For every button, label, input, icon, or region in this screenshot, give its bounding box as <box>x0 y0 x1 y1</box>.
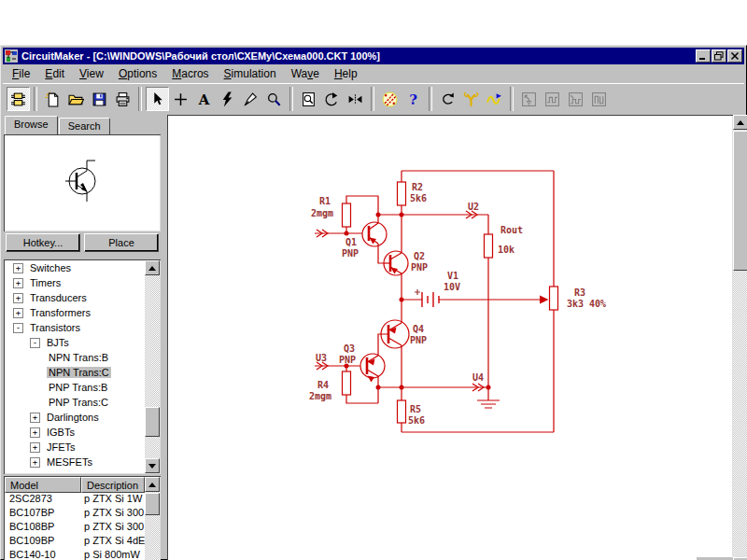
canvas-scroll-up[interactable] <box>733 115 747 130</box>
print-button[interactable] <box>111 87 134 111</box>
open-folder-icon <box>68 91 84 107</box>
app-window: CircuitMaker - [C:\WINDOWS\Рабочий стол\… <box>0 45 747 560</box>
label-u3: U3 <box>316 353 327 363</box>
horizontal-scrollbar-edge[interactable] <box>697 556 733 560</box>
tree-item-pnp-trans-c[interactable]: PNP Trans:C <box>5 395 145 410</box>
tree-item-mesfets[interactable]: +MESFETs <box>5 455 145 469</box>
transistor-q2[interactable] <box>384 215 408 275</box>
schematic-canvas[interactable]: R1 2mgm R2 5k6 Q1 PNP Q2 PNP U2 Rout 10k… <box>167 115 733 560</box>
toolbar-separator <box>289 87 293 111</box>
menu-simulation[interactable]: Simulation <box>217 65 284 82</box>
tree-item-timers[interactable]: +Timers <box>5 275 145 290</box>
restore-button[interactable] <box>712 49 726 63</box>
model-column-header[interactable]: Model <box>5 477 81 493</box>
expand-plus-icon[interactable]: + <box>30 427 40 438</box>
transistor-q4[interactable] <box>381 300 409 387</box>
expand-plus-icon[interactable]: + <box>30 457 40 468</box>
close-button[interactable] <box>727 49 742 63</box>
tree-item-igbts[interactable]: +IGBTs <box>5 425 145 440</box>
model-row-bc108bp[interactable]: BC108BPp ZTX Si 300 <box>5 521 145 535</box>
menu-file[interactable]: File <box>5 65 37 82</box>
tree-item-jfets[interactable]: +JFETs <box>5 440 145 455</box>
analyses-wave-button[interactable] <box>483 87 506 111</box>
transistor-q1[interactable] <box>362 215 387 263</box>
expand-plus-icon[interactable]: + <box>13 263 23 273</box>
tree-scroll-down[interactable] <box>145 458 160 473</box>
transistor-q3[interactable] <box>360 334 388 403</box>
mirror-button[interactable] <box>344 87 367 111</box>
canvas-vertical-scrollbar[interactable] <box>733 115 747 560</box>
place-button[interactable]: Place <box>84 233 159 252</box>
tree-item-npn-trans-c[interactable]: NPN Trans:C <box>5 365 145 380</box>
description-column-header[interactable]: Description <box>81 477 145 493</box>
schematic-labels[interactable]: R1 2mgm R2 5k6 Q1 PNP Q2 PNP U2 Rout 10k… <box>309 182 606 426</box>
menu-wave[interactable]: Wave <box>284 65 327 82</box>
tree-item-label: NPN Trans:B <box>47 352 110 363</box>
new-file-button[interactable] <box>41 87 64 111</box>
expand-plus-icon[interactable]: + <box>13 293 23 303</box>
model-row-bc109bp[interactable]: BC109BPp ZTX Si 4dE <box>5 535 145 549</box>
rotate-button[interactable] <box>320 87 344 111</box>
zoom-tool-button[interactable] <box>262 87 286 111</box>
model-row-bc140-10[interactable]: BC140-10p Si 800mW <box>5 549 145 560</box>
minimize-button[interactable] <box>696 49 711 63</box>
model-scroll-thumb[interactable] <box>145 493 160 515</box>
select-arrow-button[interactable] <box>146 87 169 111</box>
cursor-arrow-icon <box>149 91 165 107</box>
menu-edit[interactable]: Edit <box>37 65 72 82</box>
expand-plus-icon[interactable]: + <box>13 278 23 288</box>
toolbar-separator <box>371 87 374 111</box>
toolbar: A <box>3 83 744 114</box>
tree-item-bjts[interactable]: -BJTs <box>5 335 145 350</box>
model-scrollbar[interactable] <box>145 477 160 560</box>
expand-plus-icon[interactable]: + <box>30 413 40 423</box>
hotkey-button[interactable]: Hotkey... <box>6 233 80 252</box>
tree-scrollbar[interactable] <box>145 260 160 473</box>
open-file-button[interactable] <box>64 87 88 111</box>
canvas-scroll-thumb[interactable] <box>733 131 747 271</box>
help-button[interactable]: ? <box>402 87 425 111</box>
delete-tool-button[interactable] <box>216 87 239 111</box>
tree-item-darlingtons[interactable]: +Darlingtons <box>5 410 145 425</box>
save-file-button[interactable] <box>88 87 111 111</box>
symbol-preview <box>4 134 161 231</box>
model-scroll-up[interactable] <box>145 477 160 492</box>
check-wires-button[interactable] <box>378 87 402 111</box>
tree-scroll-thumb[interactable] <box>145 407 160 437</box>
logic-analyzer-button-disabled <box>587 87 611 111</box>
menu-help[interactable]: Help <box>327 65 365 82</box>
menu-macros[interactable]: Macros <box>164 65 216 82</box>
tree-item-transistors[interactable]: -Transistors <box>5 320 145 335</box>
probe-tool-button[interactable] <box>239 87 262 111</box>
model-row-bc107bp[interactable]: BC107BPp ZTX Si 300 <box>5 507 145 521</box>
browse-parts-button[interactable] <box>7 87 30 111</box>
tree-scroll-up[interactable] <box>145 260 160 275</box>
model-row-2sc2873[interactable]: 2SC2873p ZTX Si 1W <box>5 493 145 507</box>
label-v1-value: 10V <box>444 282 460 292</box>
expand-plus-icon[interactable]: + <box>13 308 23 318</box>
tab-search[interactable]: Search <box>59 118 110 134</box>
tab-browse[interactable]: Browse <box>5 116 58 134</box>
print-preview-button[interactable] <box>297 87 320 111</box>
tree-item-transformers[interactable]: +Transformers <box>5 305 145 320</box>
expand-plus-icon[interactable]: + <box>30 442 40 453</box>
lightning-bolt-icon <box>219 91 235 107</box>
tree-item-transducers[interactable]: +Transducers <box>5 290 145 305</box>
menu-options[interactable]: Options <box>111 65 164 82</box>
label-q4: Q4 <box>413 324 424 334</box>
reset-simulation-button[interactable] <box>436 87 459 111</box>
toolbar-separator <box>34 87 37 111</box>
tree-item-npn-trans-b[interactable]: NPN Trans:B <box>5 350 145 365</box>
collapse-minus-icon[interactable]: - <box>13 323 23 333</box>
place-text-button[interactable]: A <box>192 87 216 111</box>
magnifier-icon <box>266 91 282 107</box>
tree-item-switches[interactable]: +Switches <box>5 260 145 275</box>
probe-icon <box>243 91 259 107</box>
menu-view[interactable]: View <box>72 65 111 82</box>
draw-wire-button[interactable] <box>169 87 192 111</box>
tree-item-label: JFETs <box>45 441 78 453</box>
label-r3: R3 <box>574 287 585 298</box>
simulation-setup-button[interactable] <box>459 87 483 111</box>
collapse-minus-icon[interactable]: - <box>30 338 40 348</box>
tree-item-pnp-trans-b[interactable]: PNP Trans:B <box>5 380 145 395</box>
